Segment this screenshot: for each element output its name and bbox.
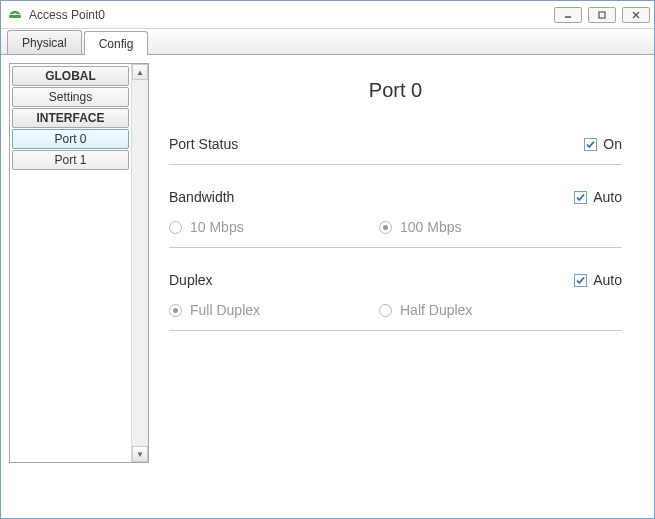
radio-icon: [169, 221, 182, 234]
tab-config[interactable]: Config: [84, 31, 149, 55]
sidebar: GLOBAL Settings INTERFACE Port 0 Port 1 …: [9, 63, 149, 463]
content-area: GLOBAL Settings INTERFACE Port 0 Port 1 …: [1, 55, 654, 518]
radio-half-duplex[interactable]: Half Duplex: [379, 302, 472, 318]
port-status-value: On: [603, 136, 622, 152]
divider: [169, 247, 622, 248]
radio-icon: [169, 304, 182, 317]
sidebar-header-interface[interactable]: INTERFACE: [12, 108, 129, 128]
sidebar-item-settings[interactable]: Settings: [12, 87, 129, 107]
minimize-button[interactable]: [554, 7, 582, 23]
divider: [169, 330, 622, 331]
window-buttons: [554, 7, 650, 23]
device-config-window: Access Point0 Physical Config GLOBAL Set…: [0, 0, 655, 519]
radio-icon: [379, 221, 392, 234]
radio-100mbps[interactable]: 100 Mbps: [379, 219, 461, 235]
svg-rect-2: [599, 12, 605, 18]
bandwidth-options: 10 Mbps 100 Mbps: [169, 209, 622, 235]
window-title: Access Point0: [29, 8, 105, 22]
sidebar-header-global[interactable]: GLOBAL: [12, 66, 129, 86]
bandwidth-label: Bandwidth: [169, 189, 234, 205]
radio-10mbps[interactable]: 10 Mbps: [169, 219, 379, 235]
radio-icon: [379, 304, 392, 317]
checkbox-icon: [574, 191, 587, 204]
tab-physical[interactable]: Physical: [7, 30, 82, 54]
close-button[interactable]: [622, 7, 650, 23]
sidebar-item-port0[interactable]: Port 0: [12, 129, 129, 149]
duplex-label: Duplex: [169, 272, 213, 288]
tabstrip: Physical Config: [1, 29, 654, 55]
radio-full-duplex-label: Full Duplex: [190, 302, 260, 318]
sidebar-scrollbar[interactable]: ▲ ▼: [131, 64, 148, 462]
radio-full-duplex[interactable]: Full Duplex: [169, 302, 379, 318]
config-panel: Port 0 Port Status On Bandwidth Auto: [149, 63, 646, 510]
duplex-auto-label: Auto: [593, 272, 622, 288]
svg-rect-0: [9, 15, 21, 18]
divider: [169, 164, 622, 165]
bandwidth-row: Bandwidth Auto: [169, 185, 622, 209]
page-title: Port 0: [169, 79, 622, 102]
radio-half-duplex-label: Half Duplex: [400, 302, 472, 318]
duplex-row: Duplex Auto: [169, 268, 622, 292]
checkbox-icon: [574, 274, 587, 287]
bandwidth-auto-checkbox[interactable]: Auto: [574, 189, 622, 205]
radio-100mbps-label: 100 Mbps: [400, 219, 461, 235]
bandwidth-auto-label: Auto: [593, 189, 622, 205]
scroll-up-icon[interactable]: ▲: [132, 64, 148, 80]
maximize-button[interactable]: [588, 7, 616, 23]
titlebar-left: Access Point0: [7, 5, 105, 24]
duplex-options: Full Duplex Half Duplex: [169, 292, 622, 318]
sidebar-item-port1[interactable]: Port 1: [12, 150, 129, 170]
app-icon: [7, 5, 23, 24]
port-status-checkbox[interactable]: On: [584, 136, 622, 152]
duplex-auto-checkbox[interactable]: Auto: [574, 272, 622, 288]
port-status-row: Port Status On: [169, 132, 622, 156]
port-status-label: Port Status: [169, 136, 238, 152]
radio-10mbps-label: 10 Mbps: [190, 219, 244, 235]
checkbox-icon: [584, 138, 597, 151]
scroll-down-icon[interactable]: ▼: [132, 446, 148, 462]
titlebar: Access Point0: [1, 1, 654, 29]
